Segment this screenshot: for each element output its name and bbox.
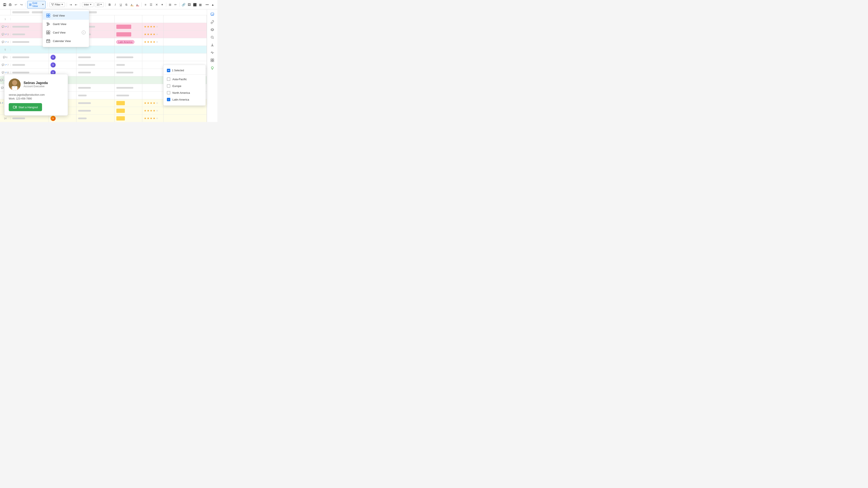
row-cell[interactable] (163, 15, 207, 23)
row-cell[interactable] (163, 107, 207, 115)
row-cell[interactable] (142, 76, 163, 84)
outdent-icon[interactable]: ⇤ (74, 2, 79, 7)
row-cell[interactable] (115, 15, 142, 23)
table-icon[interactable]: ⊞ (168, 2, 172, 7)
grid-sidebar-icon[interactable] (209, 57, 216, 64)
filter-option-north-america[interactable]: North America (163, 89, 206, 96)
comment-icon[interactable]: 💬 (0, 79, 3, 81)
row-cell[interactable] (163, 54, 207, 61)
row-cell[interactable] (142, 54, 163, 61)
bulb-sidebar-icon[interactable] (209, 65, 216, 71)
comment-icon[interactable]: 💬 (2, 64, 4, 66)
row-cell[interactable] (76, 76, 115, 84)
row-cell[interactable]: S (49, 115, 76, 122)
row-cell[interactable] (76, 61, 115, 68)
row-cell[interactable] (142, 92, 163, 99)
row-cell[interactable] (76, 69, 115, 76)
comment-icon[interactable]: 💬 (2, 33, 4, 35)
card-view-info-icon[interactable]: i (82, 31, 86, 34)
table-row[interactable]: 💬 ↗ 4 S Latin America ★★ (0, 38, 207, 46)
bg-color-icon[interactable]: A (130, 2, 134, 7)
table-row[interactable]: 💬 ↗ 3 S ★★★★★ (0, 31, 207, 38)
row-cell[interactable] (115, 92, 142, 99)
row-cell[interactable] (115, 61, 142, 68)
row-cell[interactable] (76, 84, 115, 92)
text-color-icon[interactable]: A (135, 2, 140, 7)
expand-icon[interactable]: ↗ (5, 64, 7, 66)
row-cell[interactable]: S (49, 61, 76, 68)
row-cell[interactable] (11, 61, 49, 68)
collapse-icon[interactable]: ▲ (211, 2, 215, 7)
font-family-dropdown[interactable]: Inter (82, 2, 93, 7)
italic-icon[interactable]: I (113, 2, 117, 7)
row-cell[interactable]: ★★★★★ (142, 115, 163, 122)
expand-icon[interactable]: ↗ (5, 71, 7, 74)
row-cell[interactable] (115, 54, 142, 61)
download-sidebar-icon[interactable] (209, 41, 216, 48)
comment-icon[interactable]: 💬 (3, 56, 5, 58)
filter-option-asia[interactable]: Asia-Pacific (163, 76, 206, 83)
row-cell[interactable]: ★★★★★ (142, 31, 163, 38)
font-size-dropdown[interactable]: 13 (95, 2, 104, 7)
row-cell[interactable] (163, 115, 207, 122)
underline-icon[interactable]: U (119, 2, 123, 7)
search-sidebar-icon[interactable] (209, 34, 216, 41)
expand-icon[interactable]: ↗ (5, 33, 7, 35)
asia-checkbox[interactable] (167, 77, 170, 81)
latin-america-checkbox[interactable]: ✓ (167, 98, 170, 101)
table-row[interactable]: 5 (0, 46, 207, 54)
view-dropdown-menu[interactable]: Grid View Gantt View Card View i 31 Cale… (42, 9, 89, 47)
link-sidebar-icon[interactable] (209, 19, 216, 26)
strikethrough-icon[interactable]: S (124, 2, 128, 7)
comment-icon[interactable]: 💬 (0, 102, 1, 104)
grid-view-item[interactable]: Grid View (43, 11, 89, 20)
row-cell[interactable] (163, 38, 207, 45)
row-cell[interactable] (76, 54, 115, 61)
row-cell[interactable] (76, 107, 115, 115)
bold-icon[interactable]: B (107, 2, 112, 7)
row-cell[interactable]: ★★★★★ (142, 23, 163, 30)
row-cell[interactable] (11, 115, 49, 122)
table-row[interactable]: 💬 6 S (0, 54, 207, 61)
row-cell[interactable] (115, 69, 142, 76)
row-cell[interactable] (115, 107, 142, 115)
layers-sidebar-icon[interactable] (209, 26, 216, 33)
row-cell[interactable] (115, 99, 142, 107)
north-america-checkbox[interactable] (167, 91, 170, 94)
save-icon[interactable] (3, 2, 7, 7)
row-cell[interactable] (115, 115, 142, 122)
image-icon[interactable]: 🖼 (187, 2, 191, 7)
filter-button[interactable]: Filter (49, 2, 65, 7)
row-cell[interactable] (142, 15, 163, 23)
start-hangout-button[interactable]: Start a Hangout (9, 103, 42, 111)
gantt-view-item[interactable]: Gantt View (43, 20, 89, 28)
table-row[interactable]: 14 S ★★★★★ (0, 115, 207, 122)
row-cell[interactable] (115, 76, 142, 84)
row-cell[interactable] (142, 84, 163, 92)
row-cell[interactable] (76, 92, 115, 99)
row-cell[interactable] (142, 46, 163, 53)
grid-view-button[interactable]: Grid View (27, 1, 45, 8)
filter-option-europe[interactable]: Europe (163, 83, 206, 89)
row-cell[interactable] (115, 46, 142, 53)
redo-icon[interactable]: ↪ (19, 2, 24, 7)
row-cell[interactable]: S (49, 54, 76, 61)
activity-sidebar-icon[interactable] (209, 49, 216, 56)
comment-icon[interactable]: 💬 (1, 87, 4, 89)
comment-icon[interactable]: 💬 (2, 41, 4, 43)
list-icon[interactable]: ☰ (149, 2, 153, 7)
row-cell[interactable] (115, 23, 142, 30)
comment-icon[interactable]: 💬 (2, 71, 4, 74)
print-icon[interactable] (8, 2, 12, 7)
row-cell[interactable] (76, 115, 115, 122)
row-cell[interactable] (163, 23, 207, 30)
row-cell[interactable]: ★★★★★ (142, 107, 163, 115)
row-cell[interactable] (115, 84, 142, 92)
row-cell[interactable]: ★★★★★ (142, 38, 163, 45)
europe-checkbox[interactable] (167, 84, 170, 88)
more-icon[interactable]: ••• (205, 2, 209, 7)
filter-dropdown-menu[interactable]: 1 Selected Asia-Pacific Europe North Ame… (163, 65, 206, 106)
highlight-icon[interactable]: ✏ (174, 2, 178, 7)
clear-icon[interactable]: ✕ (154, 2, 159, 7)
format-icon[interactable]: ✦ (160, 2, 164, 7)
